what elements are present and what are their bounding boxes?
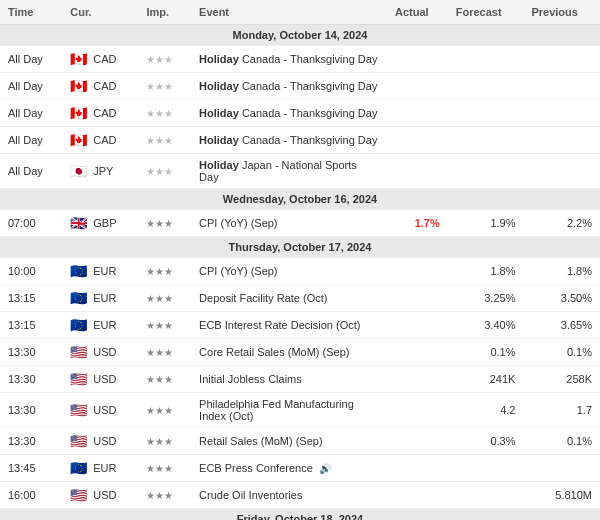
forecast-value: 4.2	[500, 404, 515, 416]
event-name: CPI (YoY) (Sep)	[199, 265, 277, 277]
cell-event: Philadelphia Fed Manufacturing Index (Oc…	[191, 393, 387, 428]
cell-time: All Day	[0, 100, 62, 127]
event-detail: Canada - Thanksgiving Day	[242, 80, 378, 92]
section-header: Thursday, October 17, 2024	[0, 237, 600, 258]
flag-icon: 🇺🇸	[70, 371, 87, 387]
cell-time: 13:30	[0, 366, 62, 393]
currency-label: EUR	[93, 319, 116, 331]
cell-time: 10:00	[0, 258, 62, 285]
event-name: Core Retail Sales (MoM) (Sep)	[199, 346, 349, 358]
cell-event: CPI (YoY) (Sep)	[191, 210, 387, 237]
importance-stars: ★★★	[146, 266, 173, 277]
cell-event: Retail Sales (MoM) (Sep)	[191, 428, 387, 455]
event-name: Holiday	[199, 53, 239, 65]
table-row: All Day🇨🇦CAD★★★Holiday Canada - Thanksgi…	[0, 100, 600, 127]
cell-importance: ★★★	[138, 46, 191, 73]
event-detail: Canada - Thanksgiving Day	[242, 107, 378, 119]
actual-value: 1.7%	[415, 217, 440, 229]
cell-actual	[387, 393, 448, 428]
previous-value: 1.8%	[567, 265, 592, 277]
table-row: 13:30🇺🇸USD★★★Core Retail Sales (MoM) (Se…	[0, 339, 600, 366]
cell-time: All Day	[0, 154, 62, 189]
col-time: Time	[0, 0, 62, 25]
table-row: 13:30🇺🇸USD★★★Initial Jobless Claims241K2…	[0, 366, 600, 393]
cell-actual	[387, 73, 448, 100]
cell-previous	[523, 46, 600, 73]
event-detail: Canada - Thanksgiving Day	[242, 134, 378, 146]
event-name: Deposit Facility Rate (Oct)	[199, 292, 327, 304]
flag-icon: 🇪🇺	[70, 290, 87, 306]
star-empty: ★	[164, 108, 173, 119]
cell-currency: 🇨🇦CAD	[62, 100, 138, 127]
forecast-value: 3.40%	[484, 319, 515, 331]
previous-value: 3.65%	[561, 319, 592, 331]
currency-label: EUR	[93, 462, 116, 474]
cell-actual	[387, 482, 448, 509]
cell-time: 07:00	[0, 210, 62, 237]
currency-label: GBP	[93, 217, 116, 229]
cell-time: 13:15	[0, 285, 62, 312]
event-name: ECB Interest Rate Decision (Oct)	[199, 319, 360, 331]
cell-forecast	[448, 100, 524, 127]
flag-icon: 🇨🇦	[70, 78, 87, 94]
cell-forecast	[448, 73, 524, 100]
cell-previous	[523, 154, 600, 189]
previous-value: 5.810M	[555, 489, 592, 501]
flag-icon: 🇨🇦	[70, 51, 87, 67]
cell-currency: 🇬🇧GBP	[62, 210, 138, 237]
star-filled: ★	[164, 490, 173, 501]
cell-previous	[523, 127, 600, 154]
cell-forecast	[448, 127, 524, 154]
importance-stars: ★★★	[146, 108, 173, 119]
cell-currency: 🇨🇦CAD	[62, 73, 138, 100]
event-name: Retail Sales (MoM) (Sep)	[199, 435, 322, 447]
cell-importance: ★★★	[138, 210, 191, 237]
cell-actual	[387, 46, 448, 73]
cell-currency: 🇺🇸USD	[62, 393, 138, 428]
forecast-value: 0.1%	[490, 346, 515, 358]
cell-actual	[387, 127, 448, 154]
cell-importance: ★★★	[138, 366, 191, 393]
forecast-value: 1.9%	[490, 217, 515, 229]
table-row: 13:30🇺🇸USD★★★Philadelphia Fed Manufactur…	[0, 393, 600, 428]
previous-value: 2.2%	[567, 217, 592, 229]
cell-time: 13:30	[0, 393, 62, 428]
table-row: 13:45🇪🇺EUR★★★ECB Press Conference 🔊	[0, 455, 600, 482]
cell-importance: ★★★	[138, 455, 191, 482]
cell-importance: ★★★	[138, 100, 191, 127]
flag-icon: 🇺🇸	[70, 402, 87, 418]
section-header: Friday, October 18, 2024	[0, 509, 600, 521]
currency-label: USD	[93, 346, 116, 358]
cell-actual	[387, 455, 448, 482]
event-name: Holiday	[199, 159, 239, 171]
previous-value: 3.50%	[561, 292, 592, 304]
star-filled: ★	[164, 405, 173, 416]
cell-currency: 🇪🇺EUR	[62, 455, 138, 482]
cell-actual	[387, 339, 448, 366]
cell-event: ECB Interest Rate Decision (Oct)	[191, 312, 387, 339]
cell-event: Core Retail Sales (MoM) (Sep)	[191, 339, 387, 366]
event-name: Crude Oil Inventories	[199, 489, 302, 501]
cell-previous: 2.2%	[523, 210, 600, 237]
col-event: Event	[191, 0, 387, 25]
star-empty: ★	[164, 166, 173, 177]
currency-label: CAD	[93, 134, 116, 146]
star-empty: ★	[164, 54, 173, 65]
event-detail: Canada - Thanksgiving Day	[242, 53, 378, 65]
flag-icon: 🇪🇺	[70, 317, 87, 333]
cell-previous	[523, 73, 600, 100]
table-row: 16:00🇺🇸USD★★★Crude Oil Inventories5.810M	[0, 482, 600, 509]
cell-forecast: 4.2	[448, 393, 524, 428]
table-row: All Day🇨🇦CAD★★★Holiday Canada - Thanksgi…	[0, 46, 600, 73]
cell-event: Holiday Canada - Thanksgiving Day	[191, 46, 387, 73]
event-name: Initial Jobless Claims	[199, 373, 302, 385]
flag-icon: 🇯🇵	[70, 163, 87, 179]
cell-currency: 🇯🇵JPY	[62, 154, 138, 189]
table-row: All Day🇨🇦CAD★★★Holiday Canada - Thanksgi…	[0, 73, 600, 100]
cell-importance: ★★★	[138, 154, 191, 189]
cell-previous: 1.7	[523, 393, 600, 428]
currency-label: USD	[93, 404, 116, 416]
currency-label: CAD	[93, 53, 116, 65]
cell-previous: 5.810M	[523, 482, 600, 509]
importance-stars: ★★★	[146, 218, 173, 229]
